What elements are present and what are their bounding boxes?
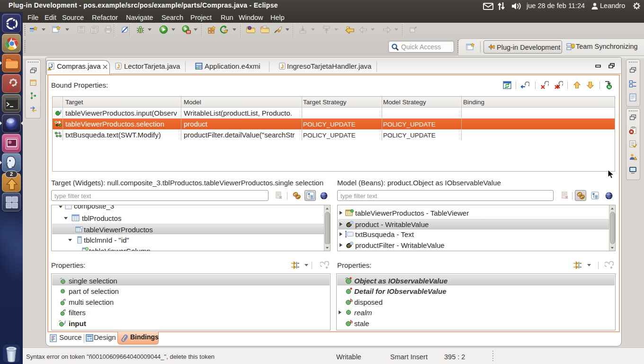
svg-text:J: J (50, 64, 53, 69)
svg-text:N: N (608, 85, 610, 89)
svg-text:b: b (350, 298, 353, 303)
svg-text:J: J (117, 64, 120, 69)
svg-text:b: b (350, 319, 353, 324)
svg-text:J: J (281, 64, 284, 69)
svg-text:!: ! (49, 67, 50, 70)
svg-text:j: j (63, 319, 66, 324)
